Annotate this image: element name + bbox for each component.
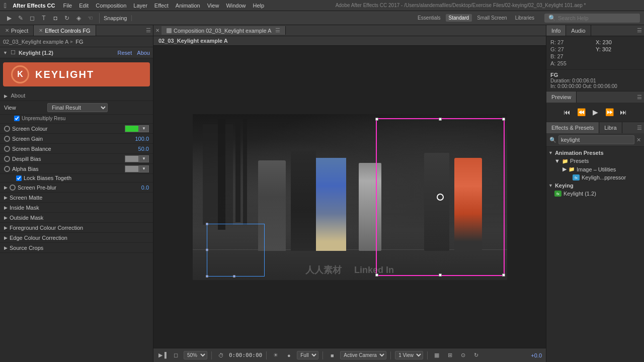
camera-select[interactable]: Active Camera	[340, 351, 386, 359]
menu-layer[interactable]: Layer	[133, 3, 147, 9]
ep-panel-menu[interactable]: ☰	[637, 125, 642, 131]
workspace-small[interactable]: Small Screen	[474, 14, 510, 22]
frame-back-btn[interactable]: ▶▐	[157, 350, 168, 360]
view-select[interactable]: Final Result	[47, 103, 108, 112]
ep-clear-btn[interactable]: ✕	[636, 137, 641, 143]
menu-effect[interactable]: Effect	[154, 3, 169, 9]
menu-animation[interactable]: Animation	[176, 3, 200, 9]
tab-effect-controls[interactable]: ✕ Effect Controls FG	[34, 25, 96, 36]
screen-colour-swatch[interactable]	[125, 125, 139, 132]
ep-item-image-utils[interactable]: ▶ 📁 Image – Utilities	[560, 165, 644, 173]
despill-bias-picker[interactable]: ▼	[139, 155, 149, 162]
search-help-input[interactable]	[558, 15, 628, 21]
close-icon-ec[interactable]: ✕	[39, 28, 43, 33]
type-tool[interactable]: T	[39, 13, 49, 23]
unpremultiply-checkbox[interactable]	[14, 116, 20, 121]
screen-preblur-value[interactable]: 0.0	[129, 185, 149, 191]
about-button[interactable]: Abou	[137, 50, 150, 56]
panel-menu-icon[interactable]: ☰	[146, 27, 151, 34]
view-count-select[interactable]: 1 View	[395, 351, 423, 359]
keylight-ppressor-label: Keyligh...ppressor	[582, 174, 626, 180]
despill-bias-swatch[interactable]	[125, 155, 139, 162]
menu-view[interactable]: View	[207, 3, 219, 9]
keying-label: Keying	[555, 183, 574, 189]
workspace-standard[interactable]: Standard	[446, 14, 472, 22]
search-help-box[interactable]: 🔍	[544, 14, 640, 23]
prev-step-forward[interactable]: ⏩	[604, 107, 615, 118]
group-fg-colour[interactable]: ▶ Foreground Colour Correction	[0, 223, 153, 233]
channel-btn[interactable]: ⊙	[458, 350, 468, 360]
pan-tool[interactable]: ☜	[85, 13, 95, 23]
stopwatch-balance-icon[interactable]	[4, 146, 10, 152]
preview-menu[interactable]: ☰	[637, 94, 642, 101]
tri-edge-colour: ▶	[4, 235, 8, 240]
tab-libraries[interactable]: Libra	[599, 122, 622, 133]
color-btn[interactable]: ●	[284, 350, 294, 360]
stopwatch-despill-icon[interactable]	[4, 156, 10, 162]
animation-presets-header[interactable]: ▼ Animation Presets	[546, 149, 644, 157]
effects-presets-panel: Effects & Presets Libra ☰ 🔍 ✕ ▼	[546, 122, 644, 362]
pen-tool[interactable]: ✎	[16, 13, 26, 23]
screen-colour-picker[interactable]: ▼	[139, 125, 149, 132]
zoom-btn[interactable]: ◻	[171, 350, 181, 360]
stopwatch-gain-icon[interactable]	[4, 136, 10, 142]
screen-balance-value[interactable]: 50.0	[129, 146, 149, 152]
ep-item-keylight12[interactable]: fx Keylight (1.2)	[552, 190, 644, 198]
reset-btn[interactable]: ↻	[471, 350, 481, 360]
ep-item-keylight-ppressor[interactable]: fx Keyligh...ppressor	[560, 173, 644, 182]
rotate-tool[interactable]: ↻	[62, 13, 72, 23]
stopwatch-preblur-icon[interactable]	[10, 185, 16, 191]
reset-button[interactable]: Reset	[118, 50, 132, 56]
prev-play[interactable]: ▶	[590, 107, 601, 118]
workspace-libraries[interactable]: Libraries	[512, 14, 537, 22]
prev-step-back[interactable]: ⏪	[576, 107, 587, 118]
tab-audio[interactable]: Audio	[566, 25, 591, 36]
zoom-select[interactable]: 50%	[184, 351, 207, 359]
expand-preblur[interactable]: ▶	[4, 185, 8, 190]
screen-gain-value[interactable]: 100.0	[129, 136, 149, 142]
camera-tool[interactable]: ◈	[73, 13, 84, 23]
region-btn[interactable]: ■	[327, 350, 337, 360]
menu-file[interactable]: File	[63, 3, 72, 9]
shape-tool[interactable]: ◻	[27, 13, 37, 23]
group-screen-matte[interactable]: ▶ Screen Matte	[0, 193, 153, 203]
menu-edit[interactable]: Edit	[79, 3, 89, 9]
group-outside-mask[interactable]: ▶ Outside Mask	[0, 213, 153, 223]
close-icon[interactable]: ✕	[5, 28, 9, 33]
tab-info[interactable]: Info	[546, 25, 566, 36]
group-edge-colour[interactable]: ▶ Edge Colour Correction	[0, 233, 153, 243]
ep-item-presets[interactable]: ▼ 📁 Presets	[552, 157, 644, 165]
lock-biases-checkbox[interactable]	[16, 175, 22, 181]
group-inside-mask[interactable]: ▶ Inside Mask	[0, 203, 153, 213]
stopwatch-icon[interactable]	[4, 126, 10, 132]
alpha-bias-swatch[interactable]	[125, 165, 139, 172]
info-panel-menu[interactable]: ☰	[637, 27, 642, 34]
grid-btn[interactable]: ⊞	[445, 350, 455, 360]
quality-select[interactable]: Full	[297, 351, 318, 359]
tab-preview[interactable]: Preview	[546, 92, 577, 103]
comp-tab-main[interactable]: Composition 02_03_Keylight example A ☰	[162, 26, 286, 35]
keying-header[interactable]: ▼ Keying	[546, 182, 644, 190]
workspace-essentials[interactable]: Essentials	[415, 14, 444, 22]
about-row[interactable]: ▶ About	[0, 90, 153, 101]
tab-effects-presets[interactable]: Effects & Presets	[546, 122, 599, 133]
select-tool[interactable]: ▶	[4, 13, 14, 23]
stopwatch-alpha-icon[interactable]	[4, 166, 10, 172]
comp-menu-icon[interactable]: ☰	[275, 27, 280, 34]
ep-search-input[interactable]	[558, 135, 634, 144]
brush-tool[interactable]: ◘	[50, 13, 60, 23]
overlay-btn[interactable]: ▦	[432, 350, 442, 360]
prev-to-end[interactable]: ⏭	[618, 107, 629, 118]
expand-triangle[interactable]: ▼	[3, 50, 8, 55]
menu-help[interactable]: Help	[253, 3, 265, 9]
group-source-crops[interactable]: ▶ Source Crops	[0, 243, 153, 253]
menu-composition[interactable]: Composition	[96, 3, 126, 9]
alpha-bias-picker[interactable]: ▼	[139, 165, 149, 172]
tab-project[interactable]: ✕ Project	[0, 25, 34, 36]
menu-window[interactable]: Window	[226, 3, 246, 9]
comp-close-icon[interactable]: ✕	[155, 28, 159, 33]
prev-to-start[interactable]: ⏮	[561, 107, 573, 118]
render-btn[interactable]: ☀	[271, 350, 281, 360]
timer-icon[interactable]: ⏱	[216, 350, 226, 360]
checkbox-keylight[interactable]: ☐	[11, 49, 16, 56]
